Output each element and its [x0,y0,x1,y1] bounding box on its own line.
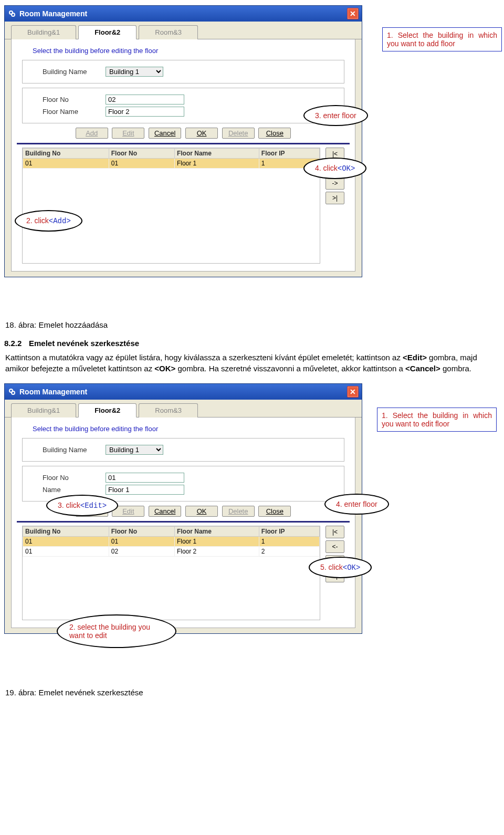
callout-3-click-edit: 3. click<Edit> [46,495,118,516]
titlebar: Room Management ✕ [5,6,362,22]
grid-header: Building No [23,149,109,159]
delete-button[interactable]: Delete [222,128,255,139]
window-title: Room Management [19,388,87,396]
building-name-select[interactable]: Building 1 [106,67,163,77]
table-row[interactable]: 01 01 Floor 1 1 [23,159,320,169]
edit-button[interactable]: Edit [112,128,144,139]
tab-room[interactable]: Room&3 [139,403,198,418]
add-button[interactable]: Add [76,128,108,139]
grid-header: Floor Name [174,149,259,159]
titlebar: Room Management ✕ [5,384,362,400]
tab-building[interactable]: Building&1 [11,403,76,418]
cancel-button[interactable]: Cancel [149,506,181,517]
floor-no-label: Floor No [43,474,106,482]
window-room-management-1: Room Management ✕ Building&1 Floor&2 Roo… [4,5,362,277]
floor-name-label: Name [43,486,106,494]
table-row[interactable]: 01 02 Floor 2 2 [23,547,320,557]
close-button[interactable]: Close [258,506,291,517]
callout-3-enter-floor: 3. enter floor [303,105,368,126]
tab-floor[interactable]: Floor&2 [78,25,136,39]
ok-button[interactable]: OK [185,128,218,139]
info-text: Select the building before editing the f… [33,425,350,433]
floor-no-label: Floor No [43,96,106,103]
info-text: Select the building before editing the f… [33,47,350,55]
grid-header: Floor No [109,149,174,159]
callout-1-select-building: 1. Select the building in which you want… [377,408,497,432]
building-name-select[interactable]: Building 1 [106,445,163,455]
svg-point-1 [12,13,15,16]
nav-prev-button[interactable]: <- [326,540,344,553]
callout-2-click-add: 2. click<Add> [15,210,82,232]
callout-4-enter-floor: 4. enter floor [324,494,389,515]
building-name-label: Building Name [43,68,106,76]
callout-1-select-building: 1. Select the building in which you want… [382,27,502,51]
building-name-label: Building Name [43,446,106,454]
section-paragraph: Kattintson a mutatókra vagy az épület li… [5,352,500,374]
section-title: Emelet nevének szerkesztése [29,339,139,348]
floor-no-input[interactable] [106,473,184,483]
figure-caption-19: 19. ábra: Emelet nevének szerkesztése [5,688,500,697]
close-button[interactable]: Close [258,128,291,139]
close-icon[interactable]: ✕ [347,8,359,19]
tab-floor[interactable]: Floor&2 [78,403,136,418]
table-row[interactable]: 01 01 Floor 1 1 [23,537,320,547]
svg-point-3 [12,391,15,394]
grid-header: Floor IP [259,527,319,537]
section-number: 8.2.2 [4,339,22,348]
grid-header: Floor Name [174,527,259,537]
floor-no-input[interactable] [106,95,184,105]
grid-header: Floor No [109,527,174,537]
nav-last-button[interactable]: >| [326,192,344,204]
cancel-button[interactable]: Cancel [149,128,181,139]
window-title: Room Management [19,9,87,18]
grid-header: Building No [23,527,109,537]
tab-building[interactable]: Building&1 [11,25,76,39]
floor-name-input[interactable] [106,107,184,117]
tab-room[interactable]: Room&3 [139,25,198,39]
delete-button[interactable]: Delete [222,506,255,517]
nav-first-button[interactable]: |< [326,526,344,538]
grid-header: Floor IP [259,149,319,159]
floor-grid[interactable]: Building No Floor No Floor Name Floor IP… [22,148,320,264]
ok-button[interactable]: OK [185,506,218,517]
floor-name-label: Floor Name [43,108,106,116]
callout-5-click-ok: 5. click<OK> [309,557,372,578]
floor-grid[interactable]: Building No Floor No Floor Name Floor IP… [22,526,320,620]
callout-2-select-building-row: 2. select the building you want to edit [57,614,176,648]
callout-4-click-ok: 4. click<OK> [303,158,366,179]
close-icon[interactable]: ✕ [347,386,359,398]
app-icon [8,9,16,18]
figure-caption-18: 18. ábra: Emelet hozzáadása [5,320,500,329]
floor-name-input[interactable] [106,485,184,495]
app-icon [8,388,16,396]
